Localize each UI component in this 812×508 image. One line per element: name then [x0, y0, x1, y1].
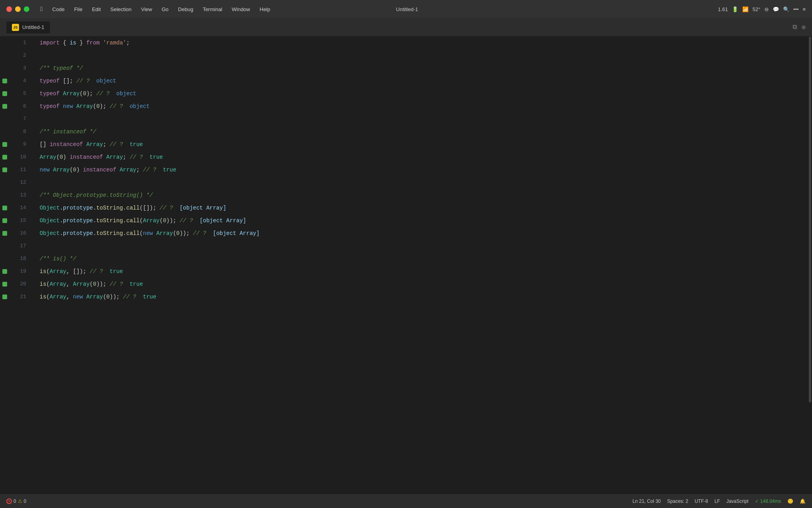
code-line-13: /** Object.prototype.toString() */: [40, 189, 806, 202]
tabbar-right: ⧉: [793, 23, 806, 31]
code-line-20: is(Array, Array(0)); // ? true: [40, 278, 806, 291]
code-line-16: Object.prototype.toString.call(new Array…: [40, 227, 806, 240]
bp-17: [0, 240, 10, 252]
window-title: Untitled-1: [274, 6, 540, 12]
temperature: 52°: [753, 6, 760, 12]
code-line-2: [40, 49, 806, 62]
statusbar-right: Ln 21, Col 30 Spaces: 2 UTF-8 LF JavaScr…: [632, 498, 806, 504]
status-icon: ⊖: [764, 6, 769, 12]
line-num-21: 21: [10, 291, 30, 303]
bp-1: [0, 37, 10, 49]
titlebar-left:  Code File Edit Selection View Go Debug…: [6, 4, 274, 14]
line-num-7: 7: [10, 113, 30, 125]
code-line-7: [40, 113, 806, 125]
code-line-3: /** typeof */: [40, 62, 806, 75]
menu-debug[interactable]: Debug: [174, 5, 197, 14]
line-num-15: 15: [10, 214, 30, 227]
code-line-18: /** is() */: [40, 252, 806, 265]
line-ending[interactable]: LF: [714, 498, 720, 504]
split-editor-icon[interactable]: ⧉: [793, 23, 797, 31]
menu-help[interactable]: Help: [256, 5, 274, 14]
traffic-lights: [6, 6, 29, 12]
line-num-1: 1: [10, 37, 30, 49]
bp-4[interactable]: [0, 75, 10, 87]
line-num-9: 9: [10, 138, 30, 151]
code-line-6: typeof new Array(0); // ? object: [40, 100, 806, 113]
app-window:  Code File Edit Selection View Go Debug…: [0, 0, 812, 508]
wifi-icon: 📶: [742, 6, 749, 12]
warning-count: 0: [24, 498, 27, 504]
editor: 1 2 3 4 5 6 7 8 9 10 11 12 13 14 15 16 1…: [0, 37, 812, 494]
code-line-19: is(Array, []); // ? true: [40, 265, 806, 278]
line-num-12: 12: [10, 176, 30, 189]
bp-18: [0, 252, 10, 265]
line-num-13: 13: [10, 189, 30, 202]
minimize-button[interactable]: [15, 6, 21, 12]
menu-go[interactable]: Go: [158, 5, 172, 14]
bp-16[interactable]: [0, 227, 10, 240]
menu-edit[interactable]: Edit: [88, 5, 105, 14]
bp-2: [0, 49, 10, 62]
code-line-14: Object.prototype.toString.call([]); // ?…: [40, 202, 806, 214]
code-line-15: Object.prototype.toString.call(Array(0))…: [40, 214, 806, 227]
menu-selection[interactable]: Selection: [106, 5, 135, 14]
menu-window[interactable]: Window: [228, 5, 254, 14]
menu-view[interactable]: View: [137, 5, 156, 14]
cursor-position[interactable]: Ln 21, Col 30: [632, 498, 661, 504]
tabbar: JS Untitled-1 ⧉: [0, 18, 812, 37]
line-num-20: 20: [10, 278, 30, 291]
close-button[interactable]: [6, 6, 12, 12]
bp-12: [0, 176, 10, 189]
menu-file[interactable]: File: [70, 5, 86, 14]
bell-icon[interactable]: 🔔: [800, 498, 806, 504]
line-num-18: 18: [10, 252, 30, 265]
bp-5[interactable]: [0, 87, 10, 100]
statusbar-left: ✕ 0 ⚠ 0: [6, 498, 26, 504]
bp-11[interactable]: [0, 164, 10, 176]
bp-19[interactable]: [0, 265, 10, 278]
bp-20[interactable]: [0, 278, 10, 291]
menu-terminal[interactable]: Terminal: [199, 5, 226, 14]
more-icon: •••: [793, 6, 799, 12]
indentation[interactable]: Spaces: 2: [667, 498, 688, 504]
bp-14[interactable]: [0, 202, 10, 214]
line-num-5: 5: [10, 87, 30, 100]
errors-indicator[interactable]: ✕ 0 ⚠ 0: [6, 498, 26, 504]
smiley-icon[interactable]: 🙂: [787, 498, 793, 504]
language-mode[interactable]: JavaScript: [726, 498, 749, 504]
bp-3: [0, 62, 10, 75]
error-count: 0: [13, 498, 16, 504]
code-line-5: typeof Array(0); // ? object: [40, 87, 806, 100]
bp-13: [0, 189, 10, 202]
bp-10[interactable]: [0, 151, 10, 164]
titlebar-right: 1.61 🔋 📶 52° ⊖ 💬 🔍 ••• ≡: [540, 6, 806, 12]
bp-15[interactable]: [0, 214, 10, 227]
code-line-11: new Array(0) instanceof Array; // ? true: [40, 164, 806, 176]
scrollbar[interactable]: [806, 37, 812, 494]
titlebar:  Code File Edit Selection View Go Debug…: [0, 0, 812, 18]
bp-7: [0, 113, 10, 125]
tab-js-icon: JS: [12, 24, 19, 31]
bp-21[interactable]: [0, 291, 10, 303]
code-line-9: [] instanceof Array; // ? true: [40, 138, 806, 151]
menu-code[interactable]: Code: [48, 5, 69, 14]
active-tab[interactable]: JS Untitled-1: [6, 21, 50, 33]
line-numbers: 1 2 3 4 5 6 7 8 9 10 11 12 13 14 15 16 1…: [10, 37, 33, 494]
breakpoints-gutter: [0, 37, 10, 494]
bp-6[interactable]: [0, 100, 10, 113]
circle-icon: [802, 25, 806, 29]
maximize-button[interactable]: [24, 6, 29, 12]
scrollbar-track: [809, 37, 811, 494]
encoding[interactable]: UTF-8: [695, 498, 708, 504]
scrollbar-thumb[interactable]: [809, 37, 811, 402]
error-icon: ✕: [6, 498, 12, 504]
bp-9[interactable]: [0, 138, 10, 151]
code-line-12: [40, 176, 806, 189]
line-num-10: 10: [10, 151, 30, 164]
menu-bar:  Code File Edit Selection View Go Debug…: [36, 4, 274, 14]
wechat-icon: 💬: [773, 6, 779, 12]
line-num-8: 8: [10, 125, 30, 138]
code-editor[interactable]: import { is } from 'ramda'; /** typeof *…: [33, 37, 806, 494]
code-line-8: /** instanceof */: [40, 125, 806, 138]
apple-menu[interactable]: : [36, 4, 47, 14]
